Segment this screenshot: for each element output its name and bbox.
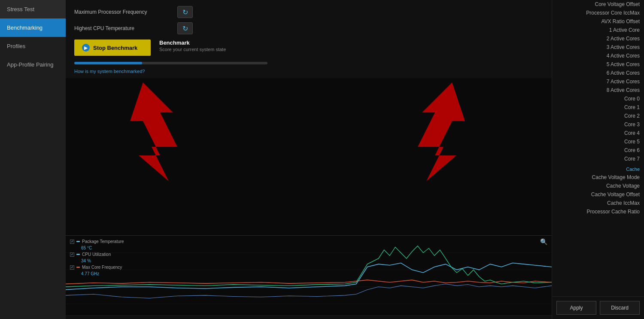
bottom-bar: 🔍 ✓ Package Temperature 65 °C ✓ CPU Util… bbox=[66, 235, 552, 319]
right-item-cache-voltage-offset[interactable]: Cache Voltage Offset bbox=[552, 190, 644, 199]
right-item-7-active-cores[interactable]: 7 Active Cores bbox=[552, 77, 644, 86]
sidebar-item-app-profile[interactable]: App-Profile Pairing bbox=[0, 55, 66, 74]
chart-legend: ✓ Package Temperature 65 °C ✓ CPU Utiliz… bbox=[70, 239, 124, 276]
legend-color-cpu bbox=[76, 254, 80, 255]
max-freq-refresh-btn[interactable]: ↻ bbox=[177, 6, 193, 18]
right-item-8-active-cores[interactable]: 8 Active Cores bbox=[552, 86, 644, 94]
right-item-core-5[interactable]: Core 5 bbox=[552, 137, 644, 146]
legend-cpu-util: ✓ CPU Utilization bbox=[70, 252, 124, 257]
right-item-4-active-cores[interactable]: 4 Active Cores bbox=[552, 52, 644, 60]
right-item-core-0[interactable]: Core 0 bbox=[552, 94, 644, 103]
right-panel: Core Voltage Offset Processor Core IccMa… bbox=[552, 0, 644, 319]
legend-check-pkg[interactable]: ✓ bbox=[70, 240, 74, 244]
stop-benchmark-button[interactable]: ▶ Stop Benchmark bbox=[74, 39, 151, 56]
highest-temp-label: Highest CPU Temperature bbox=[74, 25, 177, 31]
main-content: Maximum Processor Frequency ↻ Highest CP… bbox=[66, 0, 552, 319]
right-item-6-active-cores[interactable]: 6 Active Cores bbox=[552, 69, 644, 77]
right-footer: Apply Discard bbox=[552, 296, 644, 319]
right-item-cache-iccmax[interactable]: Cache IccMax bbox=[552, 199, 644, 207]
legend-color-freq bbox=[76, 267, 80, 268]
legend-check-freq[interactable]: ✓ bbox=[70, 265, 74, 270]
mem-line bbox=[66, 284, 552, 298]
legend-max-freq: ✓ Max Core Frequency bbox=[70, 265, 124, 270]
benchmark-subtitle: Score your current system state bbox=[159, 47, 226, 52]
magnify-icon[interactable]: 🔍 bbox=[540, 238, 547, 245]
highest-temp-row: Highest CPU Temperature ↻ bbox=[74, 22, 543, 34]
chart-container: 🔍 ✓ Package Temperature 65 °C ✓ CPU Util… bbox=[66, 236, 552, 315]
legend-freq-value: 4.77 GHz bbox=[70, 271, 124, 276]
right-sidebar-scroll: Core Voltage Offset Processor Core IccMa… bbox=[552, 0, 644, 296]
legend-color-pkg bbox=[76, 241, 80, 242]
right-item-core-6[interactable]: Core 6 bbox=[552, 146, 644, 155]
right-item-avx-ratio[interactable]: AVX Ratio Offset bbox=[552, 17, 644, 26]
max-freq-label: Maximum Processor Frequency bbox=[74, 9, 177, 15]
right-item-cache-header: Cache bbox=[552, 163, 644, 173]
sidebar-item-stress-test[interactable]: Stress Test bbox=[0, 0, 66, 18]
right-item-3-active-cores[interactable]: 3 Active Cores bbox=[552, 43, 644, 52]
legend-cpu-value: 34 % bbox=[70, 258, 124, 263]
right-item-2-active-cores[interactable]: 2 Active Cores bbox=[552, 34, 644, 43]
right-item-5-active-cores[interactable]: 5 Active Cores bbox=[552, 60, 644, 69]
right-item-core-1[interactable]: Core 1 bbox=[552, 103, 644, 112]
right-item-core-3[interactable]: Core 3 bbox=[552, 120, 644, 129]
benchmark-progress-fill bbox=[74, 62, 142, 64]
right-item-processor-iccmax[interactable]: Processor Core IccMax bbox=[552, 9, 644, 17]
top-section: Maximum Processor Frequency ↻ Highest CP… bbox=[66, 0, 552, 78]
benchmark-section: ▶ Stop Benchmark Benchmark Score your cu… bbox=[74, 39, 543, 56]
highest-temp-refresh-btn[interactable]: ↻ bbox=[177, 22, 193, 34]
right-item-core-2[interactable]: Core 2 bbox=[552, 112, 644, 120]
svg-marker-0 bbox=[130, 82, 177, 181]
monitoring-chart bbox=[66, 236, 552, 315]
benchmark-title: Benchmark bbox=[159, 39, 226, 46]
right-item-core-7[interactable]: Core 7 bbox=[552, 155, 644, 163]
svg-marker-1 bbox=[418, 82, 465, 181]
stats-row-1: CPU Utilization 34 % Memory Utilization … bbox=[66, 315, 552, 319]
sidebar: Stress Test Benchmarking Profiles App-Pr… bbox=[0, 0, 66, 319]
right-item-processor-cache-ratio[interactable]: Processor Cache Ratio bbox=[552, 207, 644, 216]
benchmark-info: Benchmark Score your current system stat… bbox=[159, 39, 226, 52]
cpu-util-line bbox=[66, 246, 552, 287]
benchmark-link[interactable]: How is my system benchmarked? bbox=[74, 69, 543, 74]
discard-button[interactable]: Discard bbox=[600, 301, 640, 315]
stop-icon: ▶ bbox=[82, 44, 90, 52]
sidebar-item-profiles[interactable]: Profiles bbox=[0, 37, 66, 55]
legend-pkg-value: 65 °C bbox=[70, 246, 124, 250]
max-freq-row: Maximum Processor Frequency ↻ bbox=[74, 6, 543, 18]
right-item-cache-voltage-mode[interactable]: Cache Voltage Mode bbox=[552, 173, 644, 182]
right-item-core-4[interactable]: Core 4 bbox=[552, 129, 644, 137]
legend-package-temp: ✓ Package Temperature bbox=[70, 239, 124, 244]
chart-area-middle bbox=[66, 78, 552, 235]
right-item-1-active-core[interactable]: 1 Active Core bbox=[552, 26, 644, 34]
arrow-overlay bbox=[66, 78, 552, 220]
right-item-core-voltage-offset[interactable]: Core Voltage Offset bbox=[552, 0, 644, 9]
sidebar-item-benchmarking[interactable]: Benchmarking bbox=[0, 18, 66, 37]
legend-check-cpu[interactable]: ✓ bbox=[70, 252, 74, 257]
benchmark-progress-bar bbox=[74, 62, 267, 64]
freq-line bbox=[66, 280, 552, 284]
apply-button[interactable]: Apply bbox=[556, 301, 596, 315]
right-item-cache-voltage[interactable]: Cache Voltage bbox=[552, 182, 644, 190]
